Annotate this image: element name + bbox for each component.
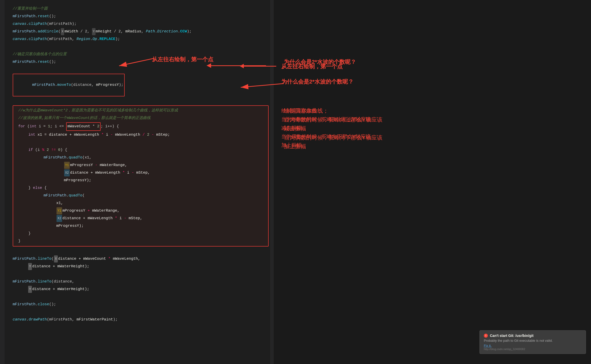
code-line: if (i % 2 != 0) { xyxy=(13,146,268,154)
git-notification-desc: Probably the path to Git executable is n… xyxy=(484,339,582,342)
comment-text: //重置并绘制一个圆 xyxy=(13,5,48,12)
code-line: } xyxy=(13,237,268,245)
code-editor: //重置并绘制一个圆 mFirstPath.reset(); canvas.cl… xyxy=(0,0,274,364)
code-line: //重置并绘制一个圆 xyxy=(8,5,274,13)
git-url: http://blog.csdn.net/qq_32400082 xyxy=(484,348,582,351)
code-line: Ydistance + mWaterHeight); xyxy=(8,286,274,293)
arrowhead-2 xyxy=(240,64,244,68)
code-line-blank xyxy=(8,66,274,73)
code-line-blank xyxy=(8,270,274,278)
code-line: mProgressY); xyxy=(13,222,268,230)
code-line-blank xyxy=(8,308,274,316)
code-line: mFirstPath.quadTo(x1, xyxy=(13,154,268,161)
code-line-blank xyxy=(8,97,274,104)
code-line: mFirstPath.close(); xyxy=(8,301,274,308)
code-line: //波浪的效果,如果只有一个mWaveCount的话，那么就是一个简单的正选曲线 xyxy=(13,114,268,122)
fix-link[interactable]: Fix it. xyxy=(484,344,492,348)
code-line: Ydistance + mWaterHeight); xyxy=(8,263,274,270)
code-line-blank xyxy=(8,248,274,255)
code-line: Y1mProgressY + mWaterRange, xyxy=(13,207,268,215)
code-line: } else { xyxy=(13,184,268,192)
for-line: for (int i = 1; i <= mWaveCount * 2; i++… xyxy=(13,122,268,131)
git-title-text: Can't start Git: /usr/bin/git xyxy=(490,334,533,338)
code-line: X2distance + mWaveLength * i - mStep, xyxy=(13,215,268,222)
error-icon: ! xyxy=(484,334,488,338)
code-line: mFirstPath.quadTo( xyxy=(13,192,268,199)
code-line: mProgressY); xyxy=(13,177,268,184)
annotation-3: 绘制贝塞尔曲线； 当为奇数的时候，驼峰向上那么Y轴应该 减去振幅 当为偶数的时候… xyxy=(284,106,382,151)
code-line: canvas.clipPath(mFirstPath, Region.Op.RE… xyxy=(8,35,274,43)
code-line: mFirstPath.lineTo(distance, xyxy=(8,278,274,286)
ann3-line1: 绘制贝塞尔曲线； xyxy=(284,106,382,115)
gutter xyxy=(0,0,5,364)
code-line: mFirstPath.reset(); xyxy=(8,58,274,66)
code-line: } xyxy=(13,230,268,237)
code-line: X2distance + mWaveLength * i - mStep, xyxy=(13,169,268,177)
code-line: //w为什么是mWaveCount*2，那是因为需要在不可见的区域多绘制几个曲线… xyxy=(13,107,268,114)
code-line-blank xyxy=(13,139,268,146)
for-loop-region: //w为什么是mWaveCount*2，那是因为需要在不可见的区域多绘制几个曲线… xyxy=(13,105,269,247)
ann3-line5: 加上振幅 xyxy=(284,142,382,151)
code-line: Y1mProgressY - mWaterRange, xyxy=(13,161,268,169)
ann3-line4: 当为偶数的时候，驼峰向下那么Y轴应该 xyxy=(284,133,382,142)
arrowhead-1 xyxy=(207,63,211,68)
code-line: mFirstPath.lineTo(Xdistance + mWaveCount… xyxy=(8,255,274,263)
code-line-blank xyxy=(8,293,274,301)
scrollbar[interactable] xyxy=(270,0,274,364)
code-line: //确定贝塞尔曲线各个点的位置 xyxy=(8,51,274,58)
code-line: mFirstPath.reset(); xyxy=(8,13,274,20)
code-line: mFirstPath.addCircle(XmWidth / 2, YmHeig… xyxy=(8,28,274,35)
moveto-line: mFirstPath.moveTo(distance, mProgressY); xyxy=(8,73,274,97)
arrow-2 xyxy=(243,66,276,67)
ann3-line3: 减去振幅 xyxy=(284,124,382,133)
code-line: x1, xyxy=(13,199,268,207)
git-notification-title: ! Can't start Git: /usr/bin/git xyxy=(484,334,582,338)
annotation-2: 为什么会是2*水波的个数呢？ xyxy=(284,58,356,66)
mwavecount-highlight: mWaveCount * 2 xyxy=(66,122,101,131)
annotation-text-2: 为什么会是2*水波的个数呢？ xyxy=(284,59,356,65)
code-line: canvas.drawPath(mFirstPath, mFirstWaterP… xyxy=(8,316,274,323)
code-line: canvas.clipPath(mFirstPath); xyxy=(8,20,274,28)
annotation-area: 从左往右绘制，第一个点 为什么会是2*水波的个数呢？ 绘制贝塞尔曲线； 当为奇数… xyxy=(274,0,591,364)
code-line-blank xyxy=(8,43,274,51)
ann3-line2: 当为奇数的时候，驼峰向上那么Y轴应该 xyxy=(284,115,382,124)
code-line: int x1 = distance + mWaveLength * i - mW… xyxy=(13,131,268,139)
git-notification: ! Can't start Git: /usr/bin/git Probably… xyxy=(479,330,586,354)
highlighted-moveto: mFirstPath.moveTo(distance, mProgressY); xyxy=(13,74,125,96)
